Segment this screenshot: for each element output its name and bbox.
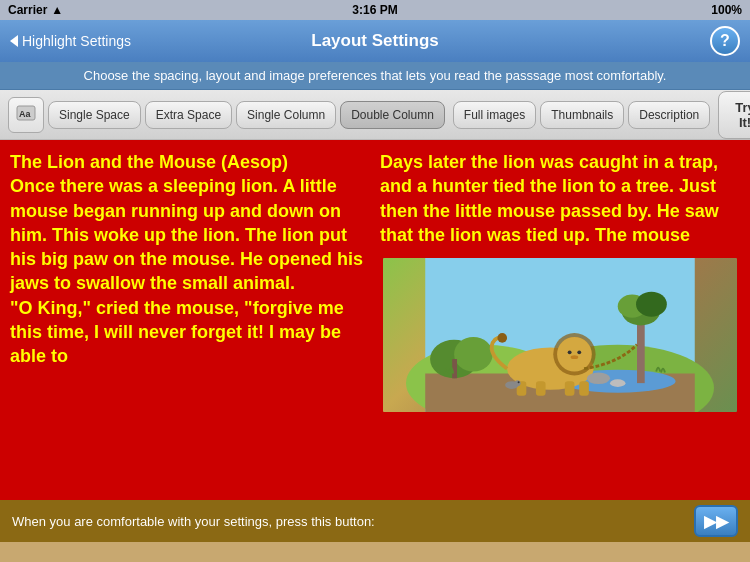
try-it-button[interactable]: Try It!	[718, 91, 750, 139]
svg-point-27	[515, 380, 521, 386]
svg-point-18	[568, 351, 572, 355]
toolbar: Aa Single Space Extra Space Single Colum…	[0, 90, 750, 140]
description-button[interactable]: Description	[628, 101, 710, 129]
content-area: The Lion and the Mouse (Aesop)Once there…	[0, 140, 750, 500]
back-label: Highlight Settings	[22, 33, 131, 49]
help-icon: ?	[720, 32, 730, 50]
content-left-column: The Lion and the Mouse (Aesop)Once there…	[10, 150, 370, 490]
svg-point-29	[587, 373, 610, 385]
svg-rect-23	[565, 381, 575, 395]
status-bar: Carrier ▲ 3:16 PM 100%	[0, 0, 750, 20]
right-text: Days later the lion was caught in a trap…	[380, 150, 740, 247]
double-arrow-icon: ▶▶	[704, 512, 728, 531]
single-column-button[interactable]: Single Column	[236, 101, 336, 129]
svg-text:Aa: Aa	[19, 109, 31, 119]
back-button[interactable]: Highlight Settings	[10, 33, 131, 49]
single-space-button[interactable]: Single Space	[48, 101, 141, 129]
left-text: The Lion and the Mouse (Aesop)Once there…	[10, 150, 370, 369]
svg-point-25	[497, 333, 507, 343]
back-arrow-icon	[10, 35, 18, 47]
nav-title: Layout Settings	[311, 31, 439, 51]
help-button[interactable]: ?	[710, 26, 740, 56]
text-style-icon[interactable]: Aa	[8, 97, 44, 133]
nav-bar: Highlight Settings Layout Settings ?	[0, 20, 750, 62]
status-left: Carrier ▲	[8, 3, 63, 17]
content-right-column: Days later the lion was caught in a trap…	[380, 150, 740, 490]
subtitle-text: Choose the spacing, layout and image pre…	[84, 68, 667, 83]
time-label: 3:16 PM	[352, 3, 397, 17]
bottom-bar: When you are comfortable with your setti…	[0, 500, 750, 542]
svg-point-20	[571, 355, 579, 359]
svg-point-13	[636, 292, 667, 317]
wifi-icon: ▲	[51, 3, 63, 17]
subtitle-bar: Choose the spacing, layout and image pre…	[0, 62, 750, 90]
svg-rect-22	[536, 381, 546, 395]
lion-scene-svg	[383, 258, 737, 412]
svg-point-28	[518, 381, 520, 383]
svg-point-19	[577, 351, 581, 355]
double-column-button[interactable]: Double Column	[340, 101, 445, 129]
extra-space-button[interactable]: Extra Space	[145, 101, 232, 129]
svg-rect-10	[637, 316, 645, 383]
bottom-text: When you are comfortable with your setti…	[12, 514, 694, 529]
svg-point-17	[557, 337, 592, 372]
full-images-button[interactable]: Full images	[453, 101, 536, 129]
svg-point-8	[454, 337, 493, 372]
lion-illustration	[380, 255, 740, 415]
svg-rect-24	[579, 381, 589, 395]
thumbnails-button[interactable]: Thumbnails	[540, 101, 624, 129]
svg-point-30	[610, 379, 625, 387]
text-icon-svg: Aa	[15, 104, 37, 126]
forward-button[interactable]: ▶▶	[694, 505, 738, 537]
battery-label: 100%	[711, 3, 742, 17]
carrier-label: Carrier	[8, 3, 47, 17]
